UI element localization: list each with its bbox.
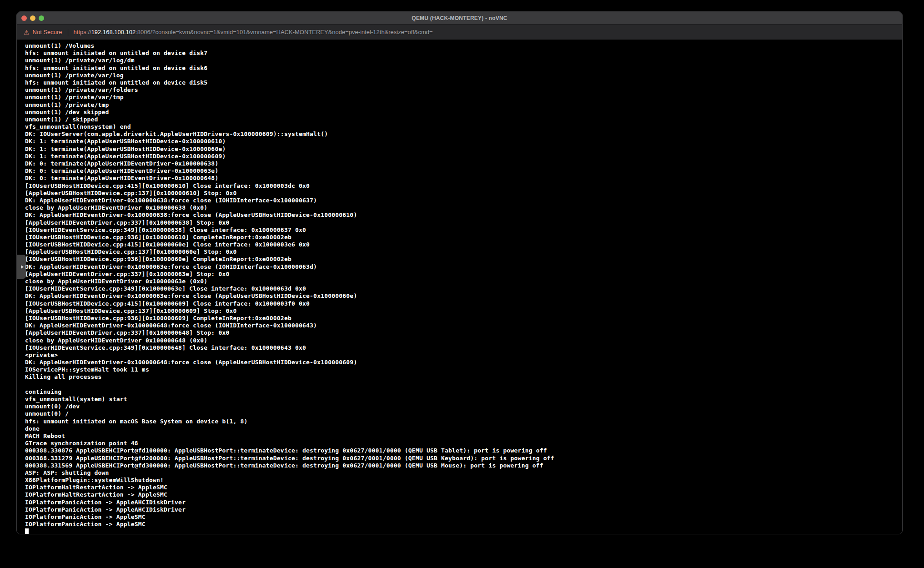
- terminal-line: [AppleUserUSBHostHIDDevice.cpp:137][0x10…: [25, 190, 902, 197]
- terminal-line: done: [25, 425, 902, 432]
- terminal-line: DK: AppleUserHIDEventDriver-0x100000648:…: [25, 359, 902, 366]
- desktop-background: QEMU (HACK-MONTEREY) - noVNC ⚠ Not Secur…: [0, 0, 924, 568]
- terminal-line: [IOUserUSBHostHIDDevice.cpp:936][0x10000…: [25, 256, 902, 263]
- terminal-line: DK: 0: terminate(AppleUserHIDEventDriver…: [25, 167, 902, 175]
- zoom-button[interactable]: [39, 15, 44, 21]
- terminal-line: Killing all processes: [25, 373, 902, 381]
- terminal-line: [IOUserHIDEventService.cpp:349][0x100000…: [25, 285, 902, 292]
- terminal-line: hfs: unmount initiated on untitled on de…: [25, 79, 902, 86]
- terminal-line: 000388.331569 AppleUSBEHCIPort@fd300000:…: [25, 462, 902, 469]
- terminal-line: DK: AppleUserHIDEventDriver-0x10000063e:…: [25, 263, 902, 271]
- terminal-line: vfs_unmountall(system) start: [25, 396, 902, 403]
- novnc-window: QEMU (HACK-MONTEREY) - noVNC ⚠ Not Secur…: [16, 11, 903, 534]
- terminal-line: [IOUserUSBHostHIDDevice.cpp:415][0x10000…: [25, 182, 902, 190]
- terminal-line: unmount(1) /Volumes: [25, 42, 902, 50]
- terminal-line: DK: IOUserServer(com.apple.driverkit.App…: [25, 131, 902, 138]
- terminal-line: [25, 381, 902, 388]
- terminal-line: close by AppleUserHIDEventDriver 0x10000…: [25, 278, 902, 285]
- terminal-line: DK: 0: terminate(AppleUserHIDEventDriver…: [25, 175, 902, 182]
- terminal-line: [IOUserUSBHostHIDDevice.cpp:415][0x10000…: [25, 241, 902, 248]
- vnc-terminal-screen[interactable]: unmount(1) /Volumeshfs: unmount initiate…: [17, 40, 902, 534]
- warning-triangle-icon: ⚠: [24, 29, 30, 35]
- terminal-line: X86PlatformPlugin::systemWillShutdown!: [25, 477, 902, 484]
- terminal-line: hfs: unmount initiated on untitled on de…: [25, 50, 902, 57]
- terminal-line: MACH Reboot: [25, 432, 902, 440]
- terminal-line: [AppleUserUSBHostHIDDevice.cpp:137][0x10…: [25, 307, 902, 315]
- terminal-output: unmount(1) /Volumeshfs: unmount initiate…: [25, 42, 902, 528]
- minimize-button[interactable]: [30, 15, 35, 21]
- terminal-line: DK: AppleUserHIDEventDriver-0x10000063e:…: [25, 292, 902, 300]
- terminal-line: close by AppleUserHIDEventDriver 0x10000…: [25, 204, 902, 211]
- url-scheme: https: [74, 29, 86, 35]
- terminal-line: [AppleUserUSBHostHIDDevice.cpp:137][0x10…: [25, 248, 902, 256]
- terminal-line: <private>: [25, 352, 902, 359]
- terminal-line: hfs: unmount initiated on macOS Base Sys…: [25, 418, 902, 425]
- close-button[interactable]: [21, 15, 27, 21]
- terminal-line: unmount(1) /private/var/tmp: [25, 94, 902, 101]
- terminal-line: ASP: ASP: shutting down: [25, 469, 902, 477]
- terminal-line: GTrace synchronization point 48: [25, 440, 902, 447]
- terminal-line: unmount(1) /private/tmp: [25, 101, 902, 109]
- terminal-line: [IOUserHIDEventService.cpp:349][0x100000…: [25, 226, 902, 234]
- url-host: 192.168.100.102: [91, 29, 136, 35]
- terminal-line: 000388.331279 AppleUSBEHCIPort@fd200000:…: [25, 455, 902, 462]
- terminal-line: vfs_unmountall(nonsystem) end: [25, 123, 902, 131]
- terminal-line: IOPlatformPanicAction -> AppleSMC: [25, 513, 902, 521]
- terminal-cursor: [25, 528, 29, 534]
- not-secure-label[interactable]: Not Secure: [33, 29, 62, 35]
- terminal-line: IOPlatformPanicAction -> AppleAHCIDiskDr…: [25, 506, 902, 513]
- terminal-line: unmount(1) /private/var/log: [25, 72, 902, 79]
- expand-arrow-icon: [21, 265, 24, 269]
- terminal-line: [IOUserUSBHostHIDDevice.cpp:936][0x10000…: [25, 315, 902, 322]
- terminal-line: IOPlatformHaltRestartAction -> AppleSMC: [25, 491, 902, 498]
- terminal-line: hfs: unmount initiated on untitled on de…: [25, 65, 902, 72]
- terminal-line: [AppleUserHIDEventDriver.cpp:337][0x1000…: [25, 219, 902, 226]
- terminal-line: IOPlatformPanicAction -> AppleSMC: [25, 521, 902, 528]
- terminal-line: unmount(1) /private/var/folders: [25, 86, 902, 94]
- terminal-line: DK: 0: terminate(AppleUserHIDEventDriver…: [25, 160, 902, 167]
- window-titlebar[interactable]: QEMU (HACK-MONTEREY) - noVNC: [17, 12, 902, 25]
- terminal-line: DK: AppleUserHIDEventDriver-0x100000638:…: [25, 211, 902, 219]
- novnc-control-bar-handle[interactable]: [17, 255, 26, 279]
- terminal-line: DK: 1: terminate(AppleUserUSBHostHIDDevi…: [25, 146, 902, 153]
- url-path-query: :8006/?console=kvm&novnc=1&vmid=101&vmna…: [136, 29, 432, 35]
- terminal-line: unmount(0) /: [25, 410, 902, 417]
- terminal-line: DK: 1: terminate(AppleUserUSBHostHIDDevi…: [25, 153, 902, 160]
- terminal-line: [AppleUserHIDEventDriver.cpp:337][0x1000…: [25, 329, 902, 337]
- terminal-line: IOServicePH::systemHalt took 11 ms: [25, 366, 902, 373]
- terminal-line: DK: AppleUserHIDEventDriver-0x100000638:…: [25, 197, 902, 204]
- window-title: QEMU (HACK-MONTEREY) - noVNC: [17, 15, 902, 21]
- terminal-line: IOPlatformPanicAction -> AppleAHCIDiskDr…: [25, 499, 902, 506]
- terminal-line: 000388.330876 AppleUSBEHCIPort@fd100000:…: [25, 447, 902, 454]
- terminal-line: unmount(1) /private/var/log/dm: [25, 57, 902, 64]
- urlbar-divider: [68, 29, 68, 36]
- terminal-line: close by AppleUserHIDEventDriver 0x10000…: [25, 337, 902, 344]
- terminal-line: [IOUserUSBHostHIDDevice.cpp:415][0x10000…: [25, 300, 902, 307]
- terminal-line: DK: 1: terminate(AppleUserUSBHostHIDDevi…: [25, 138, 902, 145]
- terminal-line: unmount(0) /dev: [25, 403, 902, 410]
- url-text[interactable]: https://192.168.100.102:8006/?console=kv…: [74, 29, 433, 35]
- terminal-line: DK: AppleUserHIDEventDriver-0x100000648:…: [25, 322, 902, 329]
- browser-urlbar[interactable]: ⚠ Not Secure https://192.168.100.102:800…: [17, 25, 902, 40]
- terminal-line: unmount(1) / skipped: [25, 116, 902, 123]
- terminal-line: [IOUserUSBHostHIDDevice.cpp:936][0x10000…: [25, 234, 902, 241]
- terminal-line: IOPlatformHaltRestartAction -> AppleSMC: [25, 484, 902, 491]
- traffic-lights: [21, 12, 44, 24]
- terminal-cursor-line: [25, 528, 902, 534]
- terminal-line: unmount(1) /dev skipped: [25, 109, 902, 116]
- url-scheme-separator: ://: [86, 29, 91, 35]
- terminal-line: [AppleUserHIDEventDriver.cpp:337][0x1000…: [25, 271, 902, 278]
- terminal-line: continuing: [25, 388, 902, 396]
- terminal-line: [IOUserHIDEventService.cpp:349][0x100000…: [25, 344, 902, 352]
